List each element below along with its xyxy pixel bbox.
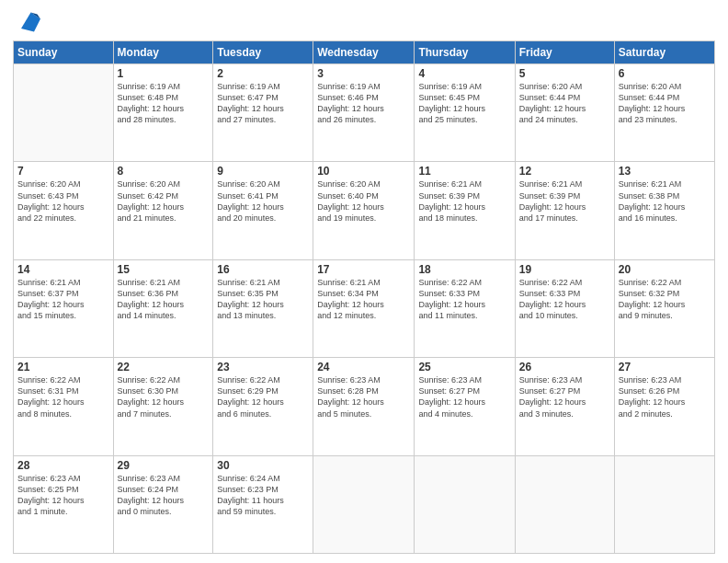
day-number: 3 [317,67,410,80]
calendar-week-row: 1Sunrise: 6:19 AM Sunset: 6:48 PM Daylig… [14,64,715,162]
day-info: Sunrise: 6:20 AM Sunset: 6:44 PM Dayligh… [519,81,610,126]
day-number: 9 [217,165,309,178]
day-number: 17 [317,263,410,276]
day-info: Sunrise: 6:19 AM Sunset: 6:47 PM Dayligh… [217,81,309,126]
calendar-cell: 10Sunrise: 6:20 AM Sunset: 6:40 PM Dayli… [313,162,415,259]
day-info: Sunrise: 6:22 AM Sunset: 6:29 PM Dayligh… [217,374,309,419]
calendar-cell: 14Sunrise: 6:21 AM Sunset: 6:37 PM Dayli… [14,259,114,357]
day-info: Sunrise: 6:20 AM Sunset: 6:43 PM Dayligh… [17,178,109,224]
day-number: 21 [17,361,109,373]
day-info: Sunrise: 6:20 AM Sunset: 6:40 PM Dayligh… [317,178,410,224]
calendar-cell: 2Sunrise: 6:19 AM Sunset: 6:47 PM Daylig… [213,64,313,162]
calendar-cell: 21Sunrise: 6:22 AM Sunset: 6:31 PM Dayli… [14,358,114,455]
day-info: Sunrise: 6:19 AM Sunset: 6:45 PM Dayligh… [418,81,510,126]
calendar-table: SundayMondayTuesdayWednesdayThursdayFrid… [13,40,715,554]
day-number: 10 [317,165,410,178]
calendar-week-row: 21Sunrise: 6:22 AM Sunset: 6:31 PM Dayli… [14,358,715,455]
day-number: 30 [217,459,309,472]
day-number: 13 [619,165,711,178]
day-info: Sunrise: 6:21 AM Sunset: 6:37 PM Dayligh… [17,277,109,322]
calendar-cell: 30Sunrise: 6:24 AM Sunset: 6:23 PM Dayli… [213,455,313,553]
weekday-header: Tuesday [213,41,313,64]
weekday-header: Saturday [614,41,714,64]
weekday-header: Friday [515,41,614,64]
day-info: Sunrise: 6:19 AM Sunset: 6:48 PM Dayligh… [118,81,210,126]
day-number: 1 [118,67,210,80]
day-info: Sunrise: 6:21 AM Sunset: 6:38 PM Dayligh… [619,178,711,224]
day-number: 2 [217,67,309,80]
calendar-cell: 9Sunrise: 6:20 AM Sunset: 6:41 PM Daylig… [213,162,313,259]
day-number: 20 [619,263,711,276]
calendar-week-row: 7Sunrise: 6:20 AM Sunset: 6:43 PM Daylig… [14,162,715,259]
calendar-cell: 19Sunrise: 6:22 AM Sunset: 6:33 PM Dayli… [515,259,614,357]
day-number: 6 [619,67,711,80]
calendar-cell: 26Sunrise: 6:23 AM Sunset: 6:27 PM Dayli… [515,358,614,455]
day-number: 16 [217,263,309,276]
calendar-cell: 28Sunrise: 6:23 AM Sunset: 6:25 PM Dayli… [14,455,114,553]
calendar-week-row: 28Sunrise: 6:23 AM Sunset: 6:25 PM Dayli… [14,455,715,553]
day-info: Sunrise: 6:23 AM Sunset: 6:26 PM Dayligh… [619,374,711,419]
day-number: 12 [519,165,610,178]
weekday-header: Thursday [415,41,515,64]
calendar-cell: 22Sunrise: 6:22 AM Sunset: 6:30 PM Dayli… [113,358,213,455]
day-info: Sunrise: 6:21 AM Sunset: 6:36 PM Dayligh… [118,277,210,322]
calendar-cell: 4Sunrise: 6:19 AM Sunset: 6:45 PM Daylig… [415,64,515,162]
day-number: 18 [418,263,510,276]
calendar-cell: 13Sunrise: 6:21 AM Sunset: 6:38 PM Dayli… [614,162,714,259]
day-number: 26 [519,361,610,373]
day-number: 4 [418,67,510,80]
calendar-cell: 16Sunrise: 6:21 AM Sunset: 6:35 PM Dayli… [213,259,313,357]
day-info: Sunrise: 6:23 AM Sunset: 6:24 PM Dayligh… [118,473,210,518]
calendar-cell [415,455,515,553]
logo-icon [15,9,40,35]
calendar-cell: 8Sunrise: 6:20 AM Sunset: 6:42 PM Daylig… [113,162,213,259]
weekday-header: Wednesday [313,41,415,64]
day-number: 23 [217,361,309,373]
calendar-cell [14,64,114,162]
calendar-cell: 23Sunrise: 6:22 AM Sunset: 6:29 PM Dayli… [213,358,313,455]
day-number: 7 [17,165,109,178]
day-info: Sunrise: 6:21 AM Sunset: 6:35 PM Dayligh… [217,277,309,322]
calendar-cell: 29Sunrise: 6:23 AM Sunset: 6:24 PM Dayli… [113,455,213,553]
calendar-week-row: 14Sunrise: 6:21 AM Sunset: 6:37 PM Dayli… [14,259,715,357]
day-number: 27 [619,361,711,373]
day-number: 14 [17,263,109,276]
calendar-cell: 7Sunrise: 6:20 AM Sunset: 6:43 PM Daylig… [14,162,114,259]
calendar-cell: 17Sunrise: 6:21 AM Sunset: 6:34 PM Dayli… [313,259,415,357]
day-number: 19 [519,263,610,276]
day-number: 24 [317,361,410,373]
day-info: Sunrise: 6:22 AM Sunset: 6:32 PM Dayligh… [619,277,711,322]
calendar-cell: 3Sunrise: 6:19 AM Sunset: 6:46 PM Daylig… [313,64,415,162]
day-number: 8 [118,165,210,178]
day-info: Sunrise: 6:21 AM Sunset: 6:39 PM Dayligh… [418,178,510,224]
day-info: Sunrise: 6:23 AM Sunset: 6:28 PM Dayligh… [317,374,410,419]
day-number: 5 [519,67,610,80]
calendar-cell [614,455,714,553]
calendar-cell: 12Sunrise: 6:21 AM Sunset: 6:39 PM Dayli… [515,162,614,259]
day-info: Sunrise: 6:19 AM Sunset: 6:46 PM Dayligh… [317,81,410,126]
day-info: Sunrise: 6:21 AM Sunset: 6:34 PM Dayligh… [317,277,410,322]
calendar-cell: 25Sunrise: 6:23 AM Sunset: 6:27 PM Dayli… [415,358,515,455]
calendar-cell: 20Sunrise: 6:22 AM Sunset: 6:32 PM Dayli… [614,259,714,357]
day-info: Sunrise: 6:20 AM Sunset: 6:44 PM Dayligh… [619,81,711,126]
day-info: Sunrise: 6:22 AM Sunset: 6:30 PM Dayligh… [118,374,210,419]
calendar-cell: 24Sunrise: 6:23 AM Sunset: 6:28 PM Dayli… [313,358,415,455]
weekday-header: Sunday [14,41,114,64]
day-info: Sunrise: 6:20 AM Sunset: 6:42 PM Dayligh… [118,178,210,224]
day-number: 28 [17,459,109,472]
day-number: 22 [118,361,210,373]
day-info: Sunrise: 6:20 AM Sunset: 6:41 PM Dayligh… [217,178,309,224]
calendar-cell: 1Sunrise: 6:19 AM Sunset: 6:48 PM Daylig… [113,64,213,162]
calendar-cell: 11Sunrise: 6:21 AM Sunset: 6:39 PM Dayli… [415,162,515,259]
calendar-header-row: SundayMondayTuesdayWednesdayThursdayFrid… [14,41,715,64]
calendar-cell: 27Sunrise: 6:23 AM Sunset: 6:26 PM Dayli… [614,358,714,455]
weekday-header: Monday [113,41,213,64]
calendar-cell: 18Sunrise: 6:22 AM Sunset: 6:33 PM Dayli… [415,259,515,357]
calendar-cell: 15Sunrise: 6:21 AM Sunset: 6:36 PM Dayli… [113,259,213,357]
calendar-cell: 5Sunrise: 6:20 AM Sunset: 6:44 PM Daylig… [515,64,614,162]
calendar-cell [515,455,614,553]
day-info: Sunrise: 6:24 AM Sunset: 6:23 PM Dayligh… [217,473,309,518]
day-info: Sunrise: 6:23 AM Sunset: 6:27 PM Dayligh… [519,374,610,419]
day-info: Sunrise: 6:23 AM Sunset: 6:25 PM Dayligh… [17,473,109,518]
day-info: Sunrise: 6:21 AM Sunset: 6:39 PM Dayligh… [519,178,610,224]
